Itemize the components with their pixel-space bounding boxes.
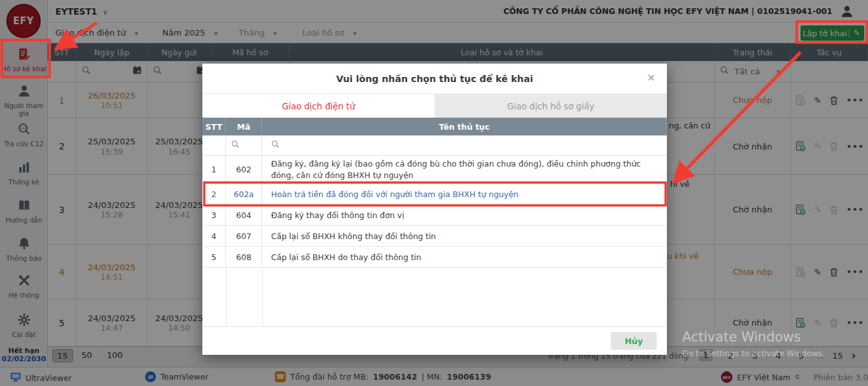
modal-empty-area [202, 268, 667, 326]
modal-column-stt: STT [202, 118, 226, 135]
app-screen: EFY Hồ sơ kê khai Người tham gia C12 Tra… [0, 0, 868, 386]
procedure-stt: 3 [202, 205, 226, 225]
procedure-code: 607 [226, 226, 262, 246]
tab-giao-dich-ho-so-giay[interactable]: Giao dịch hồ sơ giấy [435, 94, 667, 118]
modal-column-ma: Mã [226, 118, 262, 135]
procedure-row-602a[interactable]: 2 602a Hoàn trả tiền đã đóng đối với ngư… [202, 184, 667, 205]
procedure-stt: 2 [202, 184, 226, 204]
modal-tabs: Giao dịch điện tử Giao dịch hồ sơ giấy [202, 94, 667, 118]
procedure-stt: 1 [202, 156, 226, 183]
modal-title-bar: Vui lòng nhấn chọn thủ tục để kê khai ✕ [202, 64, 667, 94]
cancel-button[interactable]: Hủy [611, 332, 657, 350]
modal-footer: Hủy [202, 326, 667, 355]
modal-column-ten-thu-tuc: Tên thủ tục [262, 118, 667, 135]
close-icon[interactable]: ✕ [647, 72, 655, 84]
procedure-name: Cấp lại sổ BHXH do thay đổi thông tin [262, 247, 667, 267]
procedure-name: Cấp lại sổ BHXH không thay đổi thông tin [262, 226, 667, 246]
procedure-name: Hoàn trả tiền đã đóng đối với người tham… [262, 184, 667, 204]
procedure-row-602[interactable]: 1 602 Đăng ký, đăng ký lại (bao gồm cả đ… [202, 156, 667, 184]
modal-table-header: STT Mã Tên thủ tục [202, 118, 667, 135]
procedure-code: 602 [226, 156, 262, 183]
search-icon[interactable] [231, 139, 240, 151]
procedure-code: 602a [226, 184, 262, 204]
procedure-stt: 4 [202, 226, 226, 246]
procedure-name: Đăng ký thay đổi thông tin đơn vị [262, 205, 667, 225]
search-icon[interactable] [271, 139, 280, 151]
procedure-code: 604 [226, 205, 262, 225]
modal-filter-row [202, 135, 667, 156]
procedure-row-607[interactable]: 4 607 Cấp lại sổ BHXH không thay đổi thô… [202, 226, 667, 247]
procedure-row-604[interactable]: 3 604 Đăng ký thay đổi thông tin đơn vị [202, 205, 667, 226]
procedure-stt: 5 [202, 247, 226, 267]
procedure-select-modal: Vui lòng nhấn chọn thủ tục để kê khai ✕ … [202, 64, 667, 355]
tab-giao-dich-dien-tu[interactable]: Giao dịch điện tử [202, 94, 435, 118]
procedure-code: 608 [226, 247, 262, 267]
procedure-row-608[interactable]: 5 608 Cấp lại sổ BHXH do thay đổi thông … [202, 247, 667, 268]
procedure-name: Đăng ký, đăng ký lại (bao gồm cả đóng bù… [262, 156, 667, 183]
modal-title: Vui lòng nhấn chọn thủ tục để kê khai [336, 74, 533, 84]
